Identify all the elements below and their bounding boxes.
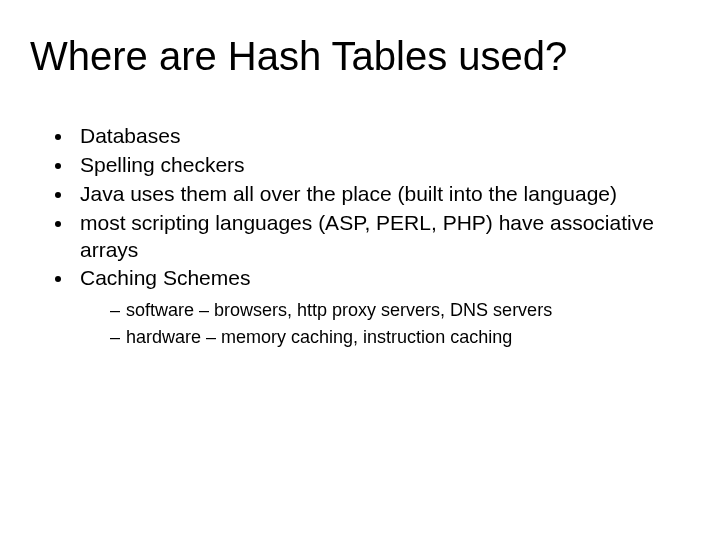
slide-title: Where are Hash Tables used?: [30, 34, 690, 79]
bullet-list: Databases Spelling checkers Java uses th…: [30, 123, 690, 349]
sub-list-item: hardware – memory caching, instruction c…: [110, 325, 690, 349]
list-item-label: Caching Schemes: [80, 266, 250, 289]
slide: Where are Hash Tables used? Databases Sp…: [0, 0, 720, 540]
list-item: Spelling checkers: [74, 152, 690, 179]
list-item: Caching Schemes software – browsers, htt…: [74, 265, 690, 348]
sub-bullet-list: software – browsers, http proxy servers,…: [80, 298, 690, 349]
list-item: Java uses them all over the place (built…: [74, 181, 690, 208]
list-item: Databases: [74, 123, 690, 150]
sub-list-item: software – browsers, http proxy servers,…: [110, 298, 690, 322]
list-item: most scripting languages (ASP, PERL, PHP…: [74, 210, 690, 264]
